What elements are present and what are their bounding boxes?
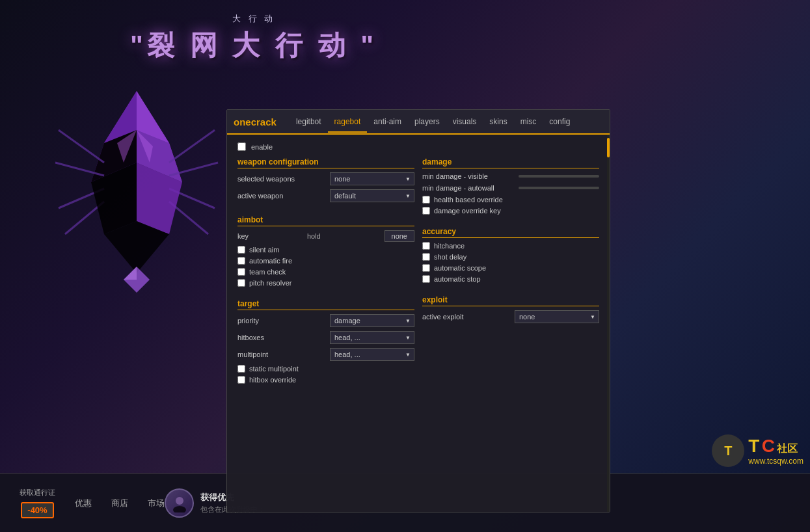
pitch-resolver-checkbox[interactable]: [237, 279, 245, 287]
selected-weapons-label: selected weapons: [237, 175, 295, 183]
nav-item-1[interactable]: 商店: [111, 498, 128, 509]
automatic-scope-label: automatic scope: [434, 264, 486, 272]
exploit-section: exploit active exploit none double tap h…: [422, 295, 599, 327]
health-based-override-checkbox[interactable]: [422, 196, 430, 204]
damage-override-key-checkbox[interactable]: [422, 207, 430, 215]
tab-players[interactable]: players: [408, 112, 446, 133]
enable-label: enable: [251, 143, 273, 151]
key-label: key: [237, 232, 249, 240]
min-damage-visible-row: min damage - visible: [422, 172, 599, 180]
bottom-nav: 优惠 商店 市场: [75, 498, 165, 509]
target-section: target priority damage distance health f…: [237, 299, 414, 387]
hitboxes-label: hitboxes: [237, 334, 264, 341]
automatic-scope-row: automatic scope: [422, 264, 599, 272]
damage-override-key-label: damage override key: [434, 207, 501, 215]
min-damage-autowall-row: min damage - autowall: [422, 184, 599, 192]
tab-config[interactable]: config: [543, 112, 576, 133]
active-exploit-row: active exploit none double tap hide shot…: [422, 310, 599, 323]
priority-select[interactable]: damage distance health fov: [330, 314, 414, 327]
accuracy-title: accuracy: [422, 227, 599, 238]
hitchance-checkbox[interactable]: [422, 242, 430, 250]
hitboxes-select[interactable]: head, ... body: [330, 331, 414, 344]
priority-row: priority damage distance health fov: [237, 314, 414, 327]
selected-weapons-select-wrap: none pistols rifles smgs snipers: [330, 172, 414, 185]
active-exploit-select[interactable]: none double tap hide shots: [515, 310, 599, 323]
active-weapon-select[interactable]: default pistol rifle: [330, 189, 414, 202]
shot-delay-label: shot delay: [434, 253, 466, 261]
automatic-fire-label: automatic fire: [249, 257, 292, 265]
svg-marker-19: [124, 267, 137, 280]
tab-skins[interactable]: skins: [483, 112, 513, 133]
shot-delay-checkbox[interactable]: [422, 253, 430, 261]
weapon-config-section: weapon configuration selected weapons no…: [237, 157, 414, 206]
main-panel: onecrack legitbot ragebot anti-aim playe…: [226, 109, 610, 512]
key-button[interactable]: none: [385, 230, 414, 242]
team-check-row: team check: [237, 268, 414, 276]
watermark: T T C 社区 www.tcsqw.com: [712, 434, 803, 467]
watermark-suffix: 社区: [777, 443, 798, 454]
svg-line-5: [59, 130, 104, 163]
key-mode: hold: [307, 232, 321, 240]
subtitle: 大 行 动: [130, 13, 377, 25]
svg-point-20: [176, 497, 183, 505]
hitbox-override-row: hitbox override: [237, 376, 414, 384]
left-column: weapon configuration selected weapons no…: [237, 157, 414, 393]
pitch-resolver-label: pitch resolver: [249, 279, 291, 287]
active-weapon-row: active weapon default pistol rifle: [237, 189, 414, 202]
automatic-stop-row: automatic stop: [422, 275, 599, 283]
nav-item-0[interactable]: 优惠: [75, 498, 92, 509]
static-multipoint-label: static multipoint: [249, 365, 299, 373]
passport-area: 获取通行证 -40%: [20, 488, 55, 518]
automatic-stop-checkbox[interactable]: [422, 275, 430, 283]
avatar: [165, 488, 194, 518]
svg-line-9: [169, 130, 215, 163]
main-title: "裂 网 大 行 动 ": [130, 27, 377, 64]
static-multipoint-row: static multipoint: [237, 365, 414, 373]
silent-aim-row: silent aim: [237, 246, 414, 254]
hitboxes-row: hitboxes head, ... body: [237, 331, 414, 344]
silent-aim-checkbox[interactable]: [237, 246, 245, 254]
tab-bar: onecrack legitbot ragebot anti-aim playe…: [227, 110, 610, 135]
tab-ragebot[interactable]: ragebot: [328, 112, 368, 133]
hitbox-override-checkbox[interactable]: [237, 376, 245, 384]
panel-content: enable weapon configuration selected wea…: [227, 135, 610, 512]
priority-label: priority: [237, 317, 259, 325]
hitboxes-select-wrap: head, ... body: [330, 331, 414, 344]
passport-text: 获取通行证: [20, 488, 55, 498]
selected-weapons-select[interactable]: none pistols rifles smgs snipers: [330, 172, 414, 185]
automatic-scope-checkbox[interactable]: [422, 264, 430, 272]
discount-badge: -40%: [21, 502, 53, 518]
spider-graphic: [52, 78, 221, 338]
silent-aim-label: silent aim: [249, 246, 279, 254]
active-weapon-select-wrap: default pistol rifle: [330, 189, 414, 202]
tab-anti-aim[interactable]: anti-aim: [367, 112, 408, 133]
min-damage-autowall-track[interactable]: [519, 187, 599, 189]
min-damage-visible-track[interactable]: [519, 175, 599, 178]
tab-legitbot[interactable]: legitbot: [290, 112, 328, 133]
enable-checkbox[interactable]: [237, 142, 246, 151]
hitbox-override-label: hitbox override: [249, 376, 296, 384]
priority-select-wrap: damage distance health fov: [330, 314, 414, 327]
brand-label: onecrack: [234, 116, 277, 127]
right-column: damage min damage - visible min damage -…: [422, 157, 599, 393]
nav-item-2[interactable]: 市场: [148, 498, 165, 509]
multipoint-select[interactable]: head, ... body: [330, 348, 414, 361]
watermark-tc: T C 社区: [748, 436, 803, 457]
health-based-override-label: health based override: [434, 196, 503, 204]
multipoint-row: multipoint head, ... body: [237, 348, 414, 361]
tab-visuals[interactable]: visuals: [446, 112, 483, 133]
multipoint-select-wrap: head, ... body: [330, 348, 414, 361]
key-row: key hold none: [237, 230, 414, 242]
health-based-override-row: health based override: [422, 196, 599, 204]
static-multipoint-checkbox[interactable]: [237, 365, 245, 373]
accuracy-section: accuracy hitchance shot delay automatic …: [422, 227, 599, 286]
weapon-config-title: weapon configuration: [237, 157, 414, 168]
team-check-checkbox[interactable]: [237, 268, 245, 276]
svg-point-21: [173, 506, 186, 512]
hitchance-row: hitchance: [422, 242, 599, 250]
scroll-thumb[interactable]: [607, 138, 610, 157]
shot-delay-row: shot delay: [422, 253, 599, 261]
tab-misc[interactable]: misc: [514, 112, 543, 133]
two-column-layout: weapon configuration selected weapons no…: [237, 157, 599, 393]
automatic-fire-checkbox[interactable]: [237, 257, 245, 265]
